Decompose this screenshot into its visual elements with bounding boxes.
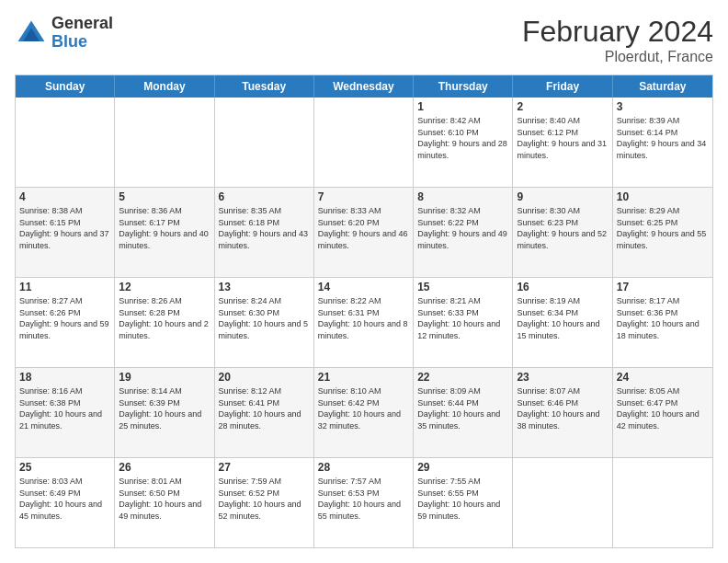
- calendar-cell: 1Sunrise: 8:42 AM Sunset: 6:10 PM Daylig…: [414, 98, 513, 187]
- day-number: 2: [517, 100, 608, 113]
- calendar-row: 25Sunrise: 8:03 AM Sunset: 6:49 PM Dayli…: [16, 458, 712, 547]
- calendar-row: 4Sunrise: 8:38 AM Sunset: 6:15 PM Daylig…: [16, 188, 712, 278]
- logo: General Blue: [15, 15, 113, 52]
- day-number: 16: [517, 281, 608, 293]
- title-block: February 2024 Ploerdut, France: [522, 15, 713, 65]
- day-info: Sunrise: 8:32 AM Sunset: 6:22 PM Dayligh…: [417, 205, 508, 251]
- header: General Blue February 2024 Ploerdut, Fra…: [15, 15, 713, 65]
- day-info: Sunrise: 8:01 AM Sunset: 6:50 PM Dayligh…: [119, 476, 210, 522]
- day-info: Sunrise: 7:59 AM Sunset: 6:52 PM Dayligh…: [219, 476, 310, 522]
- day-info: Sunrise: 8:29 AM Sunset: 6:25 PM Dayligh…: [617, 205, 709, 251]
- day-number: 27: [219, 461, 310, 474]
- day-number: 23: [517, 371, 608, 384]
- day-number: 10: [617, 190, 709, 203]
- day-number: 21: [318, 371, 409, 384]
- day-number: 3: [617, 100, 709, 113]
- day-number: 29: [417, 461, 508, 474]
- day-info: Sunrise: 8:36 AM Sunset: 6:17 PM Dayligh…: [119, 205, 210, 251]
- day-number: 14: [318, 281, 409, 293]
- day-info: Sunrise: 8:05 AM Sunset: 6:47 PM Dayligh…: [617, 385, 709, 431]
- day-info: Sunrise: 8:22 AM Sunset: 6:31 PM Dayligh…: [318, 295, 409, 341]
- day-number: 25: [19, 461, 110, 474]
- day-info: Sunrise: 8:38 AM Sunset: 6:15 PM Dayligh…: [19, 205, 110, 251]
- day-number: 19: [119, 371, 210, 384]
- calendar-cell: 23Sunrise: 8:07 AM Sunset: 6:46 PM Dayli…: [513, 368, 612, 457]
- day-number: 12: [119, 281, 210, 293]
- calendar-cell: 9Sunrise: 8:30 AM Sunset: 6:23 PM Daylig…: [513, 188, 612, 277]
- day-info: Sunrise: 8:03 AM Sunset: 6:49 PM Dayligh…: [19, 476, 110, 522]
- weekday-header: Wednesday: [314, 75, 414, 98]
- calendar-cell: 11Sunrise: 8:27 AM Sunset: 6:26 PM Dayli…: [16, 278, 115, 367]
- logo-text: General Blue: [51, 15, 113, 52]
- weekday-header: Sunday: [16, 75, 115, 98]
- calendar-cell: 17Sunrise: 8:17 AM Sunset: 6:36 PM Dayli…: [613, 278, 712, 367]
- day-number: 4: [19, 190, 110, 203]
- weekday-header: Tuesday: [215, 75, 314, 98]
- day-number: 9: [517, 190, 608, 203]
- calendar-cell: 27Sunrise: 7:59 AM Sunset: 6:52 PM Dayli…: [215, 458, 314, 547]
- day-number: 1: [417, 100, 508, 113]
- calendar-cell: 2Sunrise: 8:40 AM Sunset: 6:12 PM Daylig…: [513, 98, 612, 187]
- day-number: 5: [119, 190, 210, 203]
- calendar-cell: 16Sunrise: 8:19 AM Sunset: 6:34 PM Dayli…: [513, 278, 612, 367]
- day-number: 28: [318, 461, 409, 474]
- calendar-cell: 25Sunrise: 8:03 AM Sunset: 6:49 PM Dayli…: [16, 458, 115, 547]
- page: General Blue February 2024 Ploerdut, Fra…: [0, 0, 728, 563]
- day-number: 22: [417, 371, 508, 384]
- calendar-cell: 13Sunrise: 8:24 AM Sunset: 6:30 PM Dayli…: [215, 278, 314, 367]
- day-info: Sunrise: 8:27 AM Sunset: 6:26 PM Dayligh…: [19, 295, 110, 341]
- calendar-row: 11Sunrise: 8:27 AM Sunset: 6:26 PM Dayli…: [16, 278, 712, 368]
- logo-general-text: General: [51, 15, 113, 33]
- calendar-subtitle: Ploerdut, France: [522, 49, 713, 65]
- day-info: Sunrise: 8:09 AM Sunset: 6:44 PM Dayligh…: [417, 385, 508, 431]
- day-number: 13: [219, 281, 310, 293]
- calendar-cell: 10Sunrise: 8:29 AM Sunset: 6:25 PM Dayli…: [613, 188, 712, 277]
- calendar-cell: 19Sunrise: 8:14 AM Sunset: 6:39 PM Dayli…: [115, 368, 214, 457]
- day-info: Sunrise: 7:55 AM Sunset: 6:55 PM Dayligh…: [417, 476, 508, 522]
- calendar-cell: 28Sunrise: 7:57 AM Sunset: 6:53 PM Dayli…: [314, 458, 414, 547]
- day-number: 18: [19, 371, 110, 384]
- calendar-cell: 20Sunrise: 8:12 AM Sunset: 6:41 PM Dayli…: [215, 368, 314, 457]
- calendar-cell: 6Sunrise: 8:35 AM Sunset: 6:18 PM Daylig…: [215, 188, 314, 277]
- day-info: Sunrise: 8:24 AM Sunset: 6:30 PM Dayligh…: [219, 295, 310, 341]
- day-number: 26: [119, 461, 210, 474]
- calendar-cell: 26Sunrise: 8:01 AM Sunset: 6:50 PM Dayli…: [115, 458, 214, 547]
- logo-blue-text: Blue: [51, 33, 113, 52]
- day-info: Sunrise: 8:39 AM Sunset: 6:14 PM Dayligh…: [617, 115, 709, 161]
- day-number: 15: [417, 281, 508, 293]
- calendar-cell: 8Sunrise: 8:32 AM Sunset: 6:22 PM Daylig…: [414, 188, 513, 277]
- day-info: Sunrise: 8:14 AM Sunset: 6:39 PM Dayligh…: [119, 385, 210, 431]
- day-info: Sunrise: 8:33 AM Sunset: 6:20 PM Dayligh…: [318, 205, 409, 251]
- calendar-cell: [314, 98, 414, 187]
- calendar-cell: [513, 458, 612, 547]
- calendar-cell: 24Sunrise: 8:05 AM Sunset: 6:47 PM Dayli…: [613, 368, 712, 457]
- day-info: Sunrise: 8:16 AM Sunset: 6:38 PM Dayligh…: [19, 385, 110, 431]
- day-number: 11: [19, 281, 110, 293]
- weekday-header: Saturday: [613, 75, 712, 98]
- calendar-body: 1Sunrise: 8:42 AM Sunset: 6:10 PM Daylig…: [16, 98, 712, 547]
- day-info: Sunrise: 7:57 AM Sunset: 6:53 PM Dayligh…: [318, 476, 409, 522]
- calendar-cell: 4Sunrise: 8:38 AM Sunset: 6:15 PM Daylig…: [16, 188, 115, 277]
- day-number: 6: [219, 190, 310, 203]
- calendar-cell: 29Sunrise: 7:55 AM Sunset: 6:55 PM Dayli…: [414, 458, 513, 547]
- day-number: 24: [617, 371, 709, 384]
- calendar-cell: 18Sunrise: 8:16 AM Sunset: 6:38 PM Dayli…: [16, 368, 115, 457]
- logo-icon: [15, 17, 48, 50]
- day-info: Sunrise: 8:12 AM Sunset: 6:41 PM Dayligh…: [219, 385, 310, 431]
- day-info: Sunrise: 8:17 AM Sunset: 6:36 PM Dayligh…: [617, 295, 709, 341]
- calendar-row: 18Sunrise: 8:16 AM Sunset: 6:38 PM Dayli…: [16, 368, 712, 458]
- calendar: SundayMondayTuesdayWednesdayThursdayFrid…: [15, 75, 713, 548]
- calendar-cell: 12Sunrise: 8:26 AM Sunset: 6:28 PM Dayli…: [115, 278, 214, 367]
- day-info: Sunrise: 8:30 AM Sunset: 6:23 PM Dayligh…: [517, 205, 608, 251]
- calendar-cell: [16, 98, 115, 187]
- day-number: 17: [617, 281, 709, 293]
- day-info: Sunrise: 8:21 AM Sunset: 6:33 PM Dayligh…: [417, 295, 508, 341]
- day-number: 7: [318, 190, 409, 203]
- day-info: Sunrise: 8:10 AM Sunset: 6:42 PM Dayligh…: [318, 385, 409, 431]
- calendar-cell: 5Sunrise: 8:36 AM Sunset: 6:17 PM Daylig…: [115, 188, 214, 277]
- calendar-cell: 3Sunrise: 8:39 AM Sunset: 6:14 PM Daylig…: [613, 98, 712, 187]
- calendar-row: 1Sunrise: 8:42 AM Sunset: 6:10 PM Daylig…: [16, 98, 712, 188]
- day-info: Sunrise: 8:26 AM Sunset: 6:28 PM Dayligh…: [119, 295, 210, 341]
- calendar-cell: [115, 98, 214, 187]
- calendar-header: SundayMondayTuesdayWednesdayThursdayFrid…: [16, 75, 712, 98]
